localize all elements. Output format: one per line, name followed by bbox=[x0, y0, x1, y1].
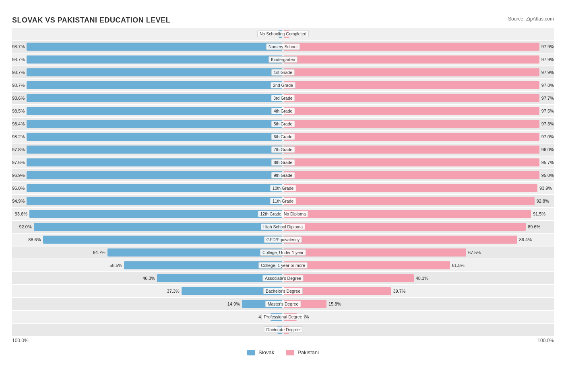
right-bar bbox=[284, 223, 526, 231]
legend-slovak: Slovak bbox=[247, 349, 274, 355]
right-value: 97.3% bbox=[541, 121, 554, 126]
right-bar bbox=[284, 43, 539, 51]
center-label: College, 1 year or more bbox=[258, 262, 308, 269]
center-label: Bachelor's Degree bbox=[263, 288, 303, 294]
bar-row: 14.9% Master's Degree 15.8% bbox=[12, 298, 554, 310]
bottom-right-label: 100.0% bbox=[537, 338, 554, 343]
left-bar bbox=[27, 171, 282, 179]
center-label: Professional Degree bbox=[261, 314, 304, 320]
center-label: College, Under 1 year bbox=[260, 249, 306, 256]
right-value: 97.5% bbox=[541, 109, 554, 113]
slovak-label: Slovak bbox=[258, 349, 274, 355]
chart-area: 1.3% No Schooling Completed 2.1% 98.7% N… bbox=[12, 28, 554, 336]
left-value: 88.6% bbox=[28, 237, 41, 242]
bar-row: 97.6% 8th Grade 95.7% bbox=[12, 156, 554, 168]
bar-row: 92.0% High School Diploma 89.6% bbox=[12, 221, 554, 233]
right-value: 67.5% bbox=[468, 250, 481, 255]
bar-row: 64.7% College, Under 1 year 67.5% bbox=[12, 246, 554, 259]
right-bar bbox=[284, 210, 531, 218]
right-value: 96.0% bbox=[541, 147, 554, 152]
bar-row: 58.5% College, 1 year or more 61.5% bbox=[12, 259, 554, 271]
right-value: 39.7% bbox=[393, 289, 405, 293]
center-label: 5th Grade bbox=[271, 121, 295, 127]
center-label: Kindergarten bbox=[269, 56, 297, 63]
bar-row: 98.7% 2nd Grade 97.8% bbox=[12, 79, 554, 91]
right-bar bbox=[284, 146, 539, 154]
left-value: 64.7% bbox=[93, 250, 105, 255]
center-label: 12th Grade, No Diploma bbox=[258, 211, 308, 217]
center-label: Doctorate Degree bbox=[264, 326, 302, 333]
right-bar bbox=[284, 68, 539, 76]
right-value: 15.8% bbox=[328, 302, 341, 306]
center-label: High School Diploma bbox=[261, 224, 305, 230]
right-value: 93.9% bbox=[539, 186, 552, 191]
left-bar bbox=[27, 107, 282, 115]
bar-row: 94.9% 11th Grade 92.8% bbox=[12, 195, 554, 207]
right-bar bbox=[284, 197, 535, 205]
right-value: 91.5% bbox=[533, 211, 545, 216]
left-bar bbox=[27, 184, 282, 192]
pakistani-label: Pakistani bbox=[297, 349, 319, 355]
left-value: 98.7% bbox=[12, 83, 25, 88]
bar-row: 98.7% Nursery School 97.9% bbox=[12, 41, 554, 53]
left-value: 98.7% bbox=[12, 57, 25, 62]
left-value: 98.2% bbox=[12, 134, 25, 139]
left-bar bbox=[27, 158, 282, 166]
bar-row: 98.5% 4th Grade 97.5% bbox=[12, 105, 554, 117]
pakistani-color-swatch bbox=[286, 350, 294, 355]
center-label: 2nd Grade bbox=[271, 82, 295, 88]
right-value: 97.9% bbox=[541, 44, 554, 49]
center-label: 4th Grade bbox=[271, 108, 295, 114]
center-label: 6th Grade bbox=[271, 133, 295, 140]
right-bar bbox=[284, 158, 539, 166]
legend: Slovak Pakistani bbox=[12, 349, 554, 355]
left-value: 97.6% bbox=[12, 160, 25, 165]
left-value: 94.9% bbox=[12, 199, 25, 203]
right-bar bbox=[284, 94, 539, 102]
left-value: 96.0% bbox=[12, 186, 25, 191]
center-label: Nursery School bbox=[266, 43, 300, 50]
right-bar bbox=[284, 120, 539, 128]
right-value: 89.6% bbox=[528, 224, 540, 229]
bar-row: 46.3% Associate's Degree 48.1% bbox=[12, 272, 554, 284]
slovak-color-swatch bbox=[247, 350, 255, 355]
center-label: 3rd Grade bbox=[271, 95, 295, 101]
right-bar bbox=[284, 107, 539, 115]
right-bar bbox=[284, 248, 466, 257]
right-bar bbox=[284, 261, 450, 269]
left-bar bbox=[27, 146, 282, 154]
left-bar bbox=[34, 223, 282, 231]
bar-row: 93.6% 12th Grade, No Diploma 91.5% bbox=[12, 208, 554, 220]
chart-container: SLOVAK VS PAKISTANI EDUCATION LEVEL Sour… bbox=[8, 8, 558, 363]
right-value: 97.9% bbox=[541, 70, 554, 75]
right-value: 97.0% bbox=[541, 134, 554, 139]
bar-row: 98.7% 1st Grade 97.9% bbox=[12, 66, 554, 78]
left-value: 98.7% bbox=[12, 70, 25, 75]
bottom-labels: 100.0% 100.0% bbox=[12, 338, 554, 343]
bar-row: 98.2% 6th Grade 97.0% bbox=[12, 131, 554, 143]
left-bar bbox=[29, 210, 282, 218]
center-label: Associate's Degree bbox=[262, 275, 304, 281]
left-bar bbox=[27, 68, 282, 76]
bar-row: 98.4% 5th Grade 97.3% bbox=[12, 118, 554, 130]
left-bar bbox=[107, 248, 282, 257]
left-bar bbox=[27, 94, 282, 102]
right-value: 92.8% bbox=[537, 199, 549, 203]
left-bar bbox=[27, 120, 282, 128]
bar-row: 4.3% Professional Degree 4.8% bbox=[12, 311, 554, 323]
right-bar bbox=[284, 133, 539, 141]
left-value: 58.5% bbox=[109, 263, 122, 268]
right-value: 95.0% bbox=[541, 173, 554, 178]
left-value: 93.6% bbox=[15, 211, 27, 216]
center-label: 11th Grade bbox=[270, 198, 296, 204]
left-value: 97.8% bbox=[12, 147, 25, 152]
left-bar bbox=[27, 197, 282, 205]
right-bar bbox=[284, 55, 539, 64]
right-bar bbox=[284, 171, 539, 179]
right-bar bbox=[284, 184, 537, 192]
legend-pakistani: Pakistani bbox=[286, 349, 319, 355]
right-value: 97.9% bbox=[541, 57, 554, 62]
left-value: 14.9% bbox=[227, 302, 240, 306]
center-label: 10th Grade bbox=[270, 185, 296, 191]
center-label: 9th Grade bbox=[271, 172, 295, 179]
